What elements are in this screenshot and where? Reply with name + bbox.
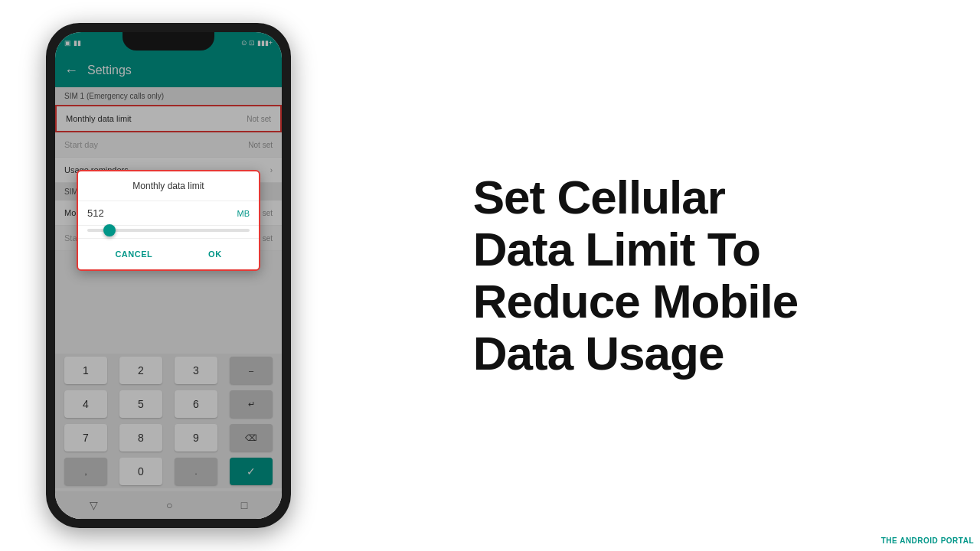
monthly-data-dialog: Monthly data limit 512 MB CANCEL OK xyxy=(77,170,260,271)
ok-button[interactable]: OK xyxy=(193,245,237,263)
hero-line-1: Set Cellular xyxy=(473,171,799,223)
hero-text: Set Cellular Data Limit To Reduce Mobile… xyxy=(473,171,799,380)
hero-line-3: Reduce Mobile xyxy=(473,276,799,328)
dialog-input-row: 512 MB xyxy=(78,201,259,226)
right-content: Set Cellular Data Limit To Reduce Mobile… xyxy=(291,148,980,403)
data-unit-label: MB xyxy=(237,209,250,218)
dialog-buttons: CANCEL OK xyxy=(78,239,259,269)
hero-line-4: Data Usage xyxy=(473,328,799,380)
phone-mockup: ▣ ▮▮ 5:54 ⊙ ⊡ ▮▮▮+ ← Settings SIM 1 (Eme… xyxy=(46,23,291,543)
data-limit-input[interactable]: 512 xyxy=(87,207,231,219)
watermark: THE ANDROID PORTAL xyxy=(881,536,974,545)
slider-track[interactable] xyxy=(87,229,250,232)
watermark-prefix: THE xyxy=(881,536,898,545)
watermark-suffix: PORTAL xyxy=(941,536,974,545)
slider-container[interactable] xyxy=(78,226,259,239)
slider-thumb[interactable] xyxy=(103,224,116,236)
cancel-button[interactable]: CANCEL xyxy=(100,245,168,263)
hero-line-2: Data Limit To xyxy=(473,223,799,276)
dialog-overlay: Monthly data limit 512 MB CANCEL OK xyxy=(55,32,282,519)
dialog-title: Monthly data limit xyxy=(78,171,259,201)
watermark-brand: ANDROID xyxy=(900,536,938,545)
